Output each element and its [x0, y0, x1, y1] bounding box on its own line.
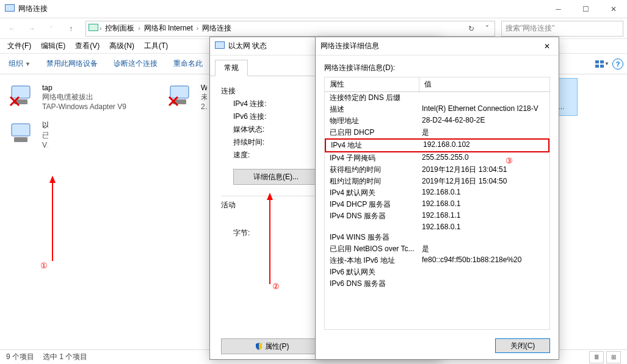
detail-row[interactable]: IPv4 DHCP 服务器192.168.0.1 [325, 199, 549, 210]
detail-property: 租约过期的时间 [325, 176, 419, 187]
svg-rect-23 [14, 137, 27, 142]
diagnose-button[interactable]: 诊断这个连接 [109, 56, 162, 71]
maximize-button[interactable]: ☐ [572, 0, 600, 18]
status-key: 速度: [221, 150, 282, 160]
properties-button[interactable]: 属性(P) [221, 338, 323, 354]
connection-status: 网络电缆被拔出 [42, 92, 126, 102]
detail-row[interactable]: 已启用 NetBIOS over Tc...是 [325, 243, 549, 255]
dialog-titlebar[interactable]: 网络连接详细信息 ✕ [316, 37, 559, 55]
refresh-button[interactable]: ↻ [464, 21, 479, 36]
detail-property: 已启用 DHCP [325, 127, 419, 138]
menu-edit[interactable]: 编辑(E) [36, 40, 70, 52]
connection-status: 未连 [201, 92, 207, 102]
address-dropdown[interactable]: ˅ [481, 21, 493, 36]
detail-row[interactable]: 已启用 DHCP是 [325, 127, 549, 138]
rename-button[interactable]: 重命名此 [169, 56, 208, 71]
connection-icon [8, 81, 37, 110]
details-list-header: 属性 值 [324, 77, 550, 92]
connection-item[interactable]: tap 网络电缆被拔出 TAP-Windows Adapter V9 [4, 78, 162, 116]
details-view-button[interactable]: ≣ [589, 351, 604, 363]
up-button[interactable]: ↑ [62, 20, 79, 37]
disable-device-button[interactable]: 禁用此网络设备 [42, 56, 103, 71]
svg-marker-25 [49, 176, 56, 183]
connection-icon [8, 119, 37, 148]
net-icon [5, 4, 15, 13]
chevron-right-icon: › [138, 25, 140, 32]
detail-value: 192.168.0.1 [419, 223, 549, 231]
detail-value [419, 93, 549, 103]
help-button[interactable]: ? [612, 59, 623, 70]
breadcrumb[interactable]: › 控制面板 › 网络和 Internet › 网络连接 ˅ ↻ [85, 21, 495, 37]
connection-item[interactable]: WL 未连 2x2 [162, 78, 211, 116]
connection-icon [167, 81, 196, 110]
detail-row[interactable]: 192.168.0.1 [325, 222, 549, 232]
detail-property: 获得租约的时间 [325, 165, 419, 175]
item-count: 9 个项目 [6, 352, 34, 362]
detail-row[interactable]: IPv6 默认网关 [325, 266, 549, 278]
detail-value: 2019年12月16日 15:04:50 [419, 176, 549, 187]
nav-bar: ← → ˅ ↑ › 控制面板 › 网络和 Internet › 网络连接 ˅ ↻… [0, 18, 627, 39]
connection-item[interactable]: 以 已启 VM [4, 116, 53, 154]
detail-value: 192.168.1.1 [419, 211, 549, 221]
menu-advanced[interactable]: 高级(N) [104, 40, 139, 52]
detail-value: fe80::c94f:f50b:1b88:218e%20 [419, 255, 549, 266]
status-key: 媒体状态: [221, 124, 282, 135]
close-button[interactable]: 关闭(C) [495, 338, 550, 353]
connection-device: 2x2 [201, 102, 207, 111]
detail-row[interactable]: 租约过期的时间2019年12月16日 15:04:50 [325, 176, 549, 187]
menu-file[interactable]: 文件(F) [2, 40, 36, 52]
chevron-right-icon: › [100, 25, 101, 32]
detail-value: 192.168.0.1 [419, 199, 549, 210]
col-property[interactable]: 属性 [325, 77, 419, 91]
detail-row[interactable]: IPv4 默认网关192.168.0.1 [325, 187, 549, 199]
tab-general[interactable]: 常规 [215, 60, 248, 76]
col-value[interactable]: 值 [419, 77, 549, 91]
close-icon[interactable]: ✕ [540, 42, 554, 51]
svg-rect-22 [12, 124, 30, 136]
recent-dropdown[interactable]: ˅ [43, 20, 60, 37]
detail-property: 连接特定的 DNS 后缀 [325, 93, 419, 103]
dialog-title: 网络连接详细信息 [321, 41, 537, 51]
connection-name: WL [201, 84, 207, 92]
detail-value: Intel(R) Ethernet Connection I218-V [419, 104, 549, 115]
detail-property: IPv4 地址 [326, 140, 421, 151]
svg-rect-0 [595, 60, 599, 63]
close-button[interactable]: ✕ [600, 0, 627, 18]
status-key: IPv6 连接: [221, 112, 282, 122]
detail-property: 已启用 NetBIOS over Tc... [325, 244, 419, 254]
svg-rect-4 [12, 86, 30, 98]
detail-row[interactable]: IPv4 DNS 服务器192.168.1.1 [325, 210, 549, 222]
view-options-button[interactable]: ▼ [594, 57, 610, 71]
detail-row[interactable]: 连接-本地 IPv6 地址fe80::c94f:f50b:1b88:218e%2… [325, 255, 549, 266]
window-titlebar: 网络连接 ─ ☐ ✕ [0, 0, 627, 18]
crumb-network-connections[interactable]: 网络连接 [200, 23, 234, 34]
detail-property: 物理地址 [325, 116, 419, 126]
annotation-num-3: ③ [506, 156, 513, 165]
icons-view-button[interactable]: ⊞ [606, 351, 621, 363]
crumb-control-panel[interactable]: 控制面板 [103, 23, 137, 34]
detail-row[interactable]: 物理地址28-D2-44-62-80-2E [325, 115, 549, 127]
organize-button[interactable]: 组织▼ [4, 56, 35, 71]
detail-row[interactable]: IPv4 地址192.168.0.102 [325, 138, 549, 152]
minimize-button[interactable]: ─ [545, 0, 572, 18]
menu-tools[interactable]: 工具(T) [139, 40, 173, 52]
detail-row[interactable]: 获得租约的时间2019年12月16日 13:04:51 [325, 164, 549, 176]
back-button[interactable]: ← [4, 20, 21, 37]
detail-property: 连接-本地 IPv6 地址 [325, 255, 419, 266]
crumb-network-internet[interactable]: 网络和 Internet [142, 23, 195, 34]
search-input[interactable]: 搜索"网络连接" [501, 21, 623, 37]
detail-row[interactable]: 描述Intel(R) Ethernet Connection I218-V [325, 104, 549, 115]
svg-rect-1 [600, 60, 604, 63]
detail-row[interactable]: 连接特定的 DNS 后缀 [325, 92, 549, 104]
detail-property: IPv4 WINS 服务器 [325, 232, 419, 243]
detail-row[interactable]: IPv6 DNS 服务器 [325, 278, 549, 290]
connection-device: VM [42, 141, 48, 149]
menu-view[interactable]: 查看(V) [70, 40, 104, 52]
detail-row[interactable]: IPv4 子网掩码255.255.255.0 [325, 152, 549, 164]
details-button[interactable]: 详细信息(E)... [233, 169, 319, 185]
detail-row[interactable]: IPv4 WINS 服务器 [325, 232, 549, 243]
detail-value: 192.168.0.1 [419, 188, 549, 198]
forward-button[interactable]: → [23, 20, 40, 37]
connection-device: TAP-Windows Adapter V9 [42, 102, 126, 111]
details-list[interactable]: 连接特定的 DNS 后缀描述Intel(R) Ethernet Connecti… [324, 92, 550, 330]
